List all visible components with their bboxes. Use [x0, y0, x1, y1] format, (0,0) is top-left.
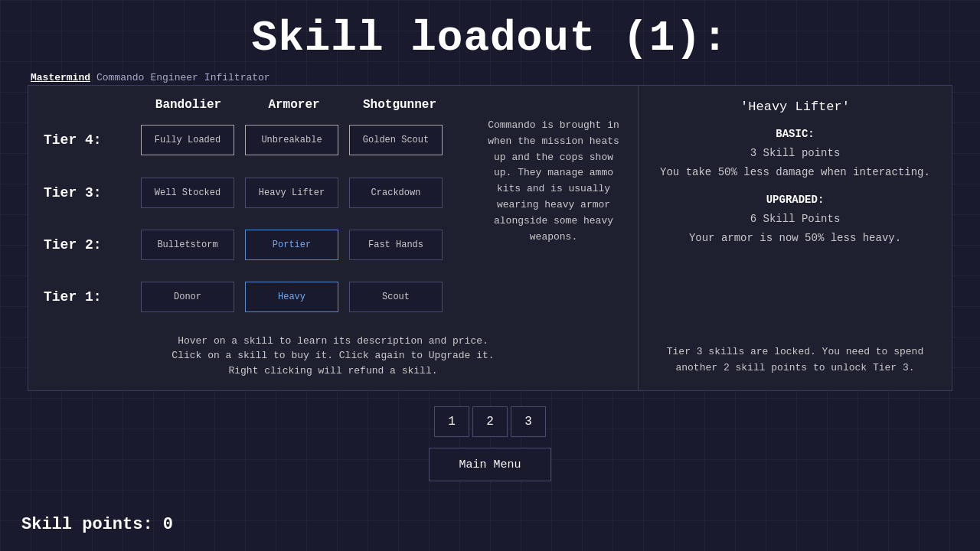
- skill-info-title: 'Heavy Lifter': [657, 99, 933, 114]
- tier3-row: Tier 3: Well Stocked Heavy Lifter Crackd…: [44, 178, 471, 208]
- main-area: Bandolier Armorer Shotgunner Tier 4: Ful…: [28, 85, 952, 391]
- basic-points: 3 Skill points: [657, 144, 933, 163]
- basic-desc: You take 50% less damage when interactin…: [657, 163, 933, 182]
- bottom-area: 1 2 3 Main Menu: [0, 406, 980, 481]
- skill-fully-loaded[interactable]: Fully Loaded: [141, 125, 234, 155]
- upgraded-label: UPGRADED:: [657, 191, 933, 210]
- main-menu-button[interactable]: Main Menu: [429, 448, 551, 481]
- center-description: Commando is brought in when the mission …: [485, 118, 622, 328]
- tab-commando[interactable]: Commando: [93, 70, 147, 85]
- instruction-2: Click on a skill to buy it. Click again …: [44, 348, 622, 364]
- tab-mastermind[interactable]: Mastermind: [28, 70, 93, 85]
- upgraded-desc: Your armor is now 50% less heavy.: [657, 229, 933, 248]
- tier1-label: Tier 1:: [44, 289, 136, 305]
- skill-points-label: Skill points: 0: [21, 515, 173, 534]
- col-bandolier: Bandolier: [139, 98, 238, 112]
- skill-heavy[interactable]: Heavy: [245, 282, 338, 312]
- tab-engineer[interactable]: Engineer: [147, 70, 201, 85]
- tier2-row: Tier 2: Bulletstorm Portier Fast Hands: [44, 230, 471, 260]
- skill-crackdown[interactable]: Crackdown: [349, 178, 443, 208]
- skill-portier[interactable]: Portier: [245, 230, 338, 260]
- skill-heavy-lifter[interactable]: Heavy Lifter: [245, 178, 338, 208]
- column-headers: Bandolier Armorer Shotgunner: [136, 98, 622, 112]
- page-1-button[interactable]: 1: [434, 406, 469, 437]
- skill-panel: Bandolier Armorer Shotgunner Tier 4: Ful…: [28, 85, 639, 391]
- tab-infiltrator[interactable]: Infiltrator: [201, 70, 273, 85]
- skill-well-stocked[interactable]: Well Stocked: [141, 178, 234, 208]
- basic-label: BASIC:: [657, 125, 933, 144]
- tier-lock-notice: Tier 3 skills are locked. You need to sp…: [657, 344, 933, 377]
- info-panel: 'Heavy Lifter' BASIC: 3 Skill points You…: [639, 85, 952, 391]
- page-title: Skill loadout (1):: [0, 0, 980, 70]
- page-3-button[interactable]: 3: [511, 406, 546, 437]
- tier2-label: Tier 2:: [44, 237, 136, 253]
- skill-golden-scout[interactable]: Golden Scout: [349, 125, 443, 155]
- page-2-button[interactable]: 2: [472, 406, 508, 437]
- skill-fast-hands[interactable]: Fast Hands: [349, 230, 443, 260]
- col-shotgunner: Shotgunner: [350, 98, 449, 112]
- instructions-area: Hover on a skill to learn its descriptio…: [44, 334, 622, 379]
- tab-bar: Mastermind Commando Engineer Infiltrator: [0, 70, 980, 85]
- page-buttons: 1 2 3: [434, 406, 546, 437]
- col-armorer: Armorer: [244, 98, 344, 112]
- skill-bulletstorm[interactable]: Bulletstorm: [141, 230, 234, 260]
- tier3-label: Tier 3:: [44, 185, 136, 201]
- skill-scout[interactable]: Scout: [349, 282, 443, 312]
- basic-section: BASIC: 3 Skill points You take 50% less …: [657, 125, 933, 183]
- instruction-1: Hover on a skill to learn its descriptio…: [44, 334, 622, 349]
- upgraded-points: 6 Skill Points: [657, 210, 933, 229]
- skill-donor[interactable]: Donor: [141, 282, 234, 312]
- skill-unbreakable[interactable]: Unbreakable: [245, 125, 338, 155]
- tier1-row: Tier 1: Donor Heavy Scout: [44, 282, 471, 312]
- upgraded-section: UPGRADED: 6 Skill Points Your armor is n…: [657, 191, 933, 249]
- instruction-3: Right clicking will refund a skill.: [44, 364, 622, 379]
- tier4-row: Tier 4: Fully Loaded Unbreakable Golden …: [44, 125, 471, 155]
- tier4-label: Tier 4:: [44, 132, 136, 148]
